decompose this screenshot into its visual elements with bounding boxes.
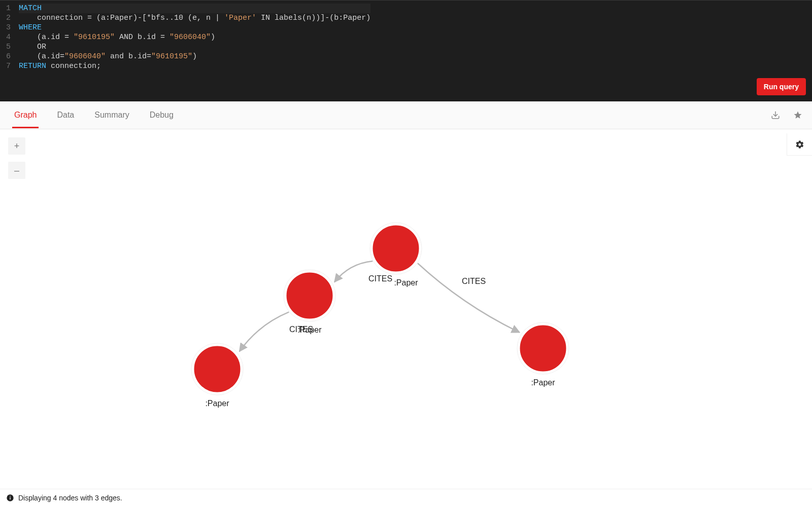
graph-node[interactable]: [519, 324, 567, 373]
node-label: :Paper: [394, 278, 418, 287]
graph-edge[interactable]: [240, 312, 289, 351]
graph-node[interactable]: [371, 224, 420, 273]
node-label: :Paper: [297, 326, 322, 334]
tab-summary[interactable]: Summary: [92, 102, 131, 128]
star-icon[interactable]: [787, 104, 809, 126]
svg-rect-8: [10, 496, 10, 496]
info-icon: [6, 494, 14, 502]
status-text: Displaying 4 nodes with 3 edges.: [18, 494, 122, 502]
status-bar: Displaying 4 nodes with 3 edges.: [0, 489, 812, 506]
run-query-button[interactable]: Run query: [757, 78, 806, 95]
graph-node[interactable]: [285, 271, 334, 320]
node-label: :Paper: [205, 399, 229, 408]
graph-node[interactable]: [193, 345, 242, 393]
svg-marker-1: [794, 112, 802, 119]
download-icon[interactable]: [764, 104, 787, 126]
editor-code[interactable]: MATCH connection = (a:Paper)-[*bfs..10 (…: [15, 2, 375, 73]
editor-gutter: 1234567: [0, 2, 15, 73]
edge-label: CITES: [368, 274, 392, 283]
query-editor[interactable]: 1234567 MATCH connection = (a:Paper)-[*b…: [0, 0, 812, 101]
tab-graph[interactable]: Graph: [12, 102, 39, 128]
edge-label: CITES: [462, 277, 486, 285]
node-label: :Paper: [531, 378, 555, 387]
graph-canvas[interactable]: + – CITESCITESCITES :Paper:Paper:Paper:P…: [0, 129, 812, 489]
graph-svg[interactable]: CITESCITESCITES :Paper:Paper:Paper:Paper: [0, 129, 812, 489]
results-tabbar: GraphDataSummaryDebug: [0, 101, 812, 129]
tab-debug[interactable]: Debug: [148, 102, 176, 128]
graph-edge[interactable]: [418, 263, 520, 332]
svg-rect-7: [10, 497, 10, 499]
graph-edge[interactable]: [334, 261, 373, 282]
tab-data[interactable]: Data: [55, 102, 76, 128]
